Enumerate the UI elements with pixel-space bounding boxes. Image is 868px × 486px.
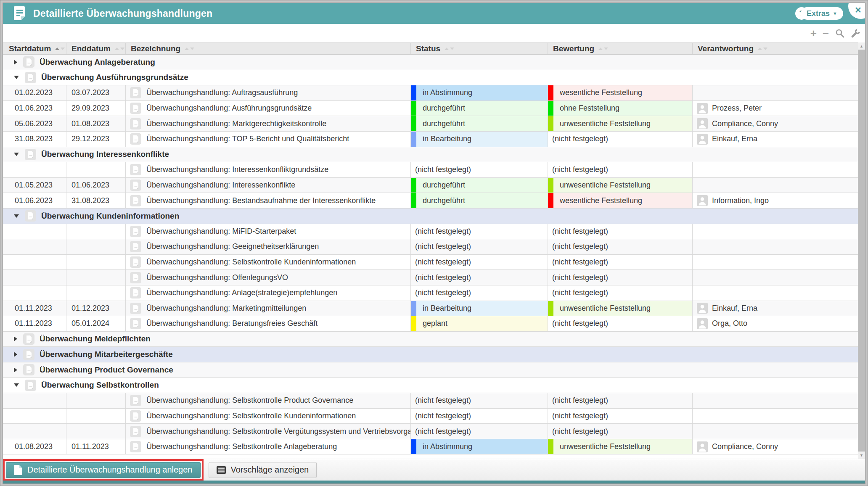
person-avatar-icon bbox=[697, 118, 708, 129]
group-row[interactable]: Überwachung Ausführungsgrundsätze bbox=[3, 70, 858, 86]
rating-label: (nicht festgelegt) bbox=[552, 412, 608, 420]
owner-cell bbox=[693, 393, 858, 408]
search-icon[interactable] bbox=[835, 28, 845, 38]
close-button[interactable]: ✕ bbox=[848, 3, 865, 19]
document-icon bbox=[130, 272, 141, 283]
person-avatar-icon bbox=[697, 134, 708, 145]
owner-name: Compliance, Conny bbox=[712, 119, 778, 128]
table-row[interactable]: Überwachungshandlung: Geeignetheitserklä… bbox=[3, 239, 858, 255]
rating-color-bar bbox=[548, 439, 553, 454]
start-date-cell: 05.06.2023 bbox=[3, 116, 66, 131]
group-label: Überwachung Mitarbeitergeschäfte bbox=[40, 350, 173, 359]
document-icon bbox=[23, 56, 34, 68]
name-cell: Überwachungshandlung: Selbstkontrolle Pr… bbox=[126, 393, 411, 408]
table-row[interactable]: 01.05.2023 01.06.2023 Überwachungshandlu… bbox=[3, 178, 858, 193]
group-label: Überwachung Selbstkontrollen bbox=[41, 380, 159, 390]
expander-icon[interactable] bbox=[14, 214, 19, 218]
table-row[interactable]: 31.08.2023 29.12.2023 Überwachungshandlu… bbox=[3, 132, 858, 147]
column-header-startdatum[interactable]: Startdatum bbox=[3, 43, 66, 54]
document-icon bbox=[130, 241, 141, 252]
vertical-scrollbar[interactable]: ▲ ▼ bbox=[858, 42, 865, 459]
status-cell: geplant bbox=[411, 316, 548, 331]
column-header-enddatum[interactable]: Enddatum bbox=[66, 43, 126, 54]
table-row[interactable]: 01.02.2023 03.07.2023 Überwachungshandlu… bbox=[3, 85, 858, 101]
status-cell: (nicht festgelegt) bbox=[411, 409, 548, 424]
collapse-all-button[interactable]: − bbox=[823, 29, 829, 37]
expander-icon[interactable] bbox=[14, 383, 19, 387]
name-cell: Überwachungshandlung: OffenlegungsVO bbox=[126, 270, 411, 285]
settings-wrench-icon[interactable] bbox=[851, 28, 861, 38]
end-date-cell: 31.08.2023 bbox=[66, 193, 126, 208]
rating-cell: (nicht festgelegt) bbox=[548, 316, 693, 331]
document-list-icon bbox=[13, 6, 26, 21]
rating-cell: (nicht festgelegt) bbox=[548, 255, 693, 270]
table-row[interactable]: Überwachungshandlung: OffenlegungsVO (ni… bbox=[3, 270, 858, 285]
status-cell: in Abstimmung bbox=[411, 439, 548, 454]
group-row[interactable]: Überwachung Kundeninformationen bbox=[3, 209, 858, 224]
start-date-cell bbox=[3, 270, 66, 285]
table-row[interactable]: Überwachungshandlung: Selbstkontrolle Ve… bbox=[3, 424, 858, 439]
name-cell: Überwachungshandlung: Marketingmitteilun… bbox=[126, 301, 411, 316]
expander-icon[interactable] bbox=[14, 60, 17, 65]
column-header-bezeichnung[interactable]: Bezeichnung bbox=[126, 43, 411, 54]
status-cell: (nicht festgelegt) bbox=[411, 393, 548, 408]
rating-color-bar bbox=[548, 178, 553, 193]
rating-cell: ohne Feststellung bbox=[548, 101, 693, 116]
table-row[interactable]: Überwachungshandlung: Selbstkontrolle Ku… bbox=[3, 255, 858, 270]
expander-icon[interactable] bbox=[14, 336, 17, 341]
table-row[interactable]: 01.11.2023 05.01.2024 Überwachungshandlu… bbox=[3, 316, 858, 332]
start-date-cell bbox=[3, 255, 66, 270]
start-date-cell bbox=[3, 393, 66, 408]
status-cell: in Bearbeitung bbox=[411, 301, 548, 316]
table-row[interactable]: Überwachungshandlung: Selbstkontrolle Ku… bbox=[3, 409, 858, 424]
owner-name: Einkauf, Erna bbox=[712, 135, 757, 143]
rating-cell: (nicht festgelegt) bbox=[548, 132, 693, 147]
group-row[interactable]: Überwachung Mitarbeitergeschäfte bbox=[3, 347, 858, 362]
name-cell: Überwachungshandlung: TOP 5-Bericht und … bbox=[126, 132, 411, 147]
name-cell: Überwachungshandlung: Selbstkontrolle An… bbox=[126, 439, 411, 454]
create-monitoring-action-button[interactable]: Detaillierte Überwachungshandlung anlege… bbox=[6, 462, 201, 478]
group-row[interactable]: Überwachung Interessenkonflikte bbox=[3, 147, 858, 163]
table-row[interactable]: 01.08.2023 01.11.2023 Überwachungshandlu… bbox=[3, 439, 858, 455]
expander-icon[interactable] bbox=[14, 153, 19, 156]
extras-button[interactable]: Extras ▼ bbox=[801, 7, 843, 20]
column-header-verantwortung[interactable]: Verantwortung bbox=[693, 43, 858, 54]
expander-icon[interactable] bbox=[14, 367, 17, 372]
show-suggestions-button[interactable]: Vorschläge anzeigen bbox=[209, 462, 317, 478]
table-row[interactable]: Überwachungshandlung: Anlage(strategie)e… bbox=[3, 285, 858, 301]
group-row[interactable]: Überwachung Meldepflichten bbox=[3, 332, 858, 347]
group-row[interactable]: Überwachung Selbstkontrollen bbox=[3, 378, 858, 393]
owner-cell bbox=[693, 178, 858, 193]
table-row[interactable]: Überwachungshandlung: Selbstkontrolle Pr… bbox=[3, 393, 858, 409]
status-label: geplant bbox=[423, 319, 447, 328]
group-row[interactable]: Überwachung Anlageberatung bbox=[3, 55, 858, 70]
column-header-status[interactable]: Status bbox=[411, 43, 548, 54]
table-row[interactable]: Überwachungshandlung: MiFID-Starterpaket… bbox=[3, 224, 858, 240]
start-date-cell bbox=[3, 285, 66, 301]
person-avatar-icon bbox=[697, 441, 708, 452]
rating-cell: wesentliche Feststellung bbox=[548, 193, 693, 208]
expander-icon[interactable] bbox=[14, 352, 17, 357]
expander-icon[interactable] bbox=[14, 76, 19, 79]
scroll-down-button[interactable]: ▼ bbox=[858, 452, 865, 459]
table-row[interactable]: 01.06.2023 29.09.2023 Überwachungshandlu… bbox=[3, 101, 858, 116]
rating-color-bar bbox=[548, 301, 553, 316]
owner-cell: Orga, Otto bbox=[693, 316, 858, 331]
rating-cell: (nicht festgelegt) bbox=[548, 424, 693, 439]
scrollbar-thumb[interactable] bbox=[858, 50, 865, 452]
column-header-bewertung[interactable]: Bewertung bbox=[548, 43, 693, 54]
action-name: Überwachungshandlung: Marktgerechtigkeit… bbox=[146, 119, 326, 128]
table-row[interactable]: 05.06.2023 01.08.2023 Überwachungshandlu… bbox=[3, 116, 858, 132]
name-cell: Überwachungshandlung: Marktgerechtigkeit… bbox=[126, 116, 411, 131]
table-row[interactable]: 01.06.2023 31.08.2023 Überwachungshandlu… bbox=[3, 193, 858, 209]
expand-all-button[interactable]: + bbox=[810, 29, 817, 37]
table-row[interactable]: Überwachungshandlung: Interessenkonflikt… bbox=[3, 162, 858, 178]
name-cell: Überwachungshandlung: Interessenkonflikt… bbox=[126, 162, 411, 177]
group-row[interactable]: Überwachung Product Governance bbox=[3, 362, 858, 378]
rating-label: unwesentliche Feststellung bbox=[560, 304, 651, 313]
scroll-up-button[interactable]: ▲ bbox=[858, 42, 865, 50]
table-row[interactable]: 01.11.2023 01.12.2023 Überwachungshandlu… bbox=[3, 301, 858, 317]
action-name: Überwachungshandlung: Anlage(strategie)e… bbox=[146, 288, 337, 297]
name-cell: Überwachungshandlung: Ausführungsgrundsä… bbox=[126, 101, 411, 116]
action-name: Überwachungshandlung: Marketingmitteilun… bbox=[146, 304, 306, 313]
